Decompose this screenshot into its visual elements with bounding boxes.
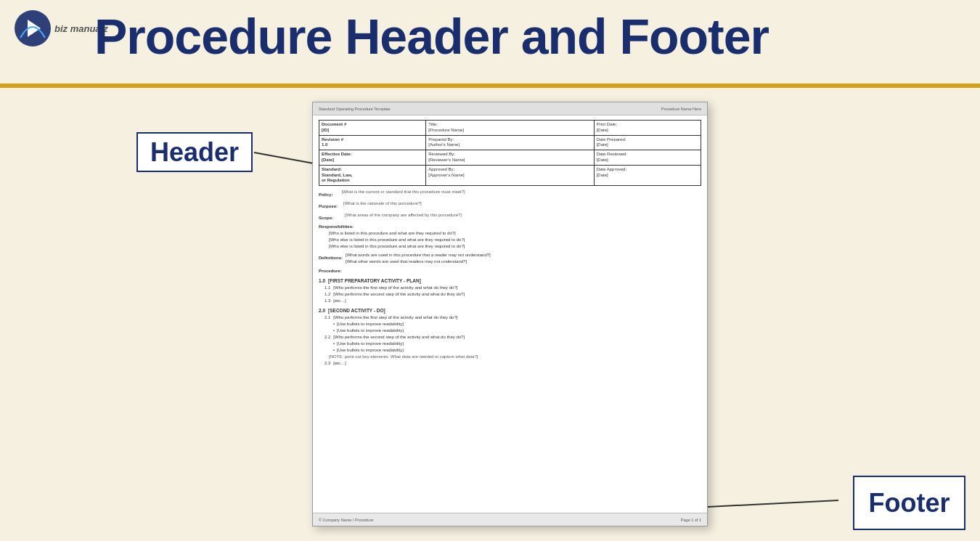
table-cell: Approved By:[Approver's Name] (426, 165, 594, 185)
purpose-label: Purpose: (319, 203, 338, 210)
table-cell: Reviewed By:[Reviewer's Name] (426, 150, 594, 166)
list-item: 1.3 [etc…] (324, 298, 701, 304)
table-cell: Title:[Procedure Name] (426, 121, 594, 136)
list-item: 1.1 [Who performs the first step of the … (324, 285, 701, 291)
activity-2-title-row: 2.0 [SECOND ACTIVITY - DO] (319, 307, 701, 314)
doc-header-table: Document #[ID] Title:[Procedure Name] Pr… (319, 120, 701, 186)
svg-line-4 (708, 500, 838, 507)
activity-1-number: 1.0 (319, 277, 325, 285)
list-item: • [Use bullets to improve readability] (333, 328, 701, 334)
table-cell: Effective Date:[Date] (319, 150, 426, 166)
policy-label: Policy: (319, 192, 333, 198)
scope-row: Scope: [What areas of the company are af… (319, 212, 701, 221)
list-item: 2.1 [Who performs the first step of the … (324, 314, 701, 321)
list-item: 2.3 [etc…] (324, 360, 701, 367)
list-item: • [Use bullets to improve readability] (333, 347, 701, 354)
list-item: [What words are used in this procedure t… (346, 252, 491, 259)
footer-callout: Footer (853, 476, 965, 530)
table-cell: Document #[ID] (319, 121, 426, 136)
list-item: 1.2 [Who performs the second step of the… (324, 291, 701, 298)
doc-footer-left: © Company Name / Procedure (319, 518, 373, 522)
doc-top-bar-left: Standard Operating Procedure Template (319, 107, 391, 111)
doc-top-bar-right: Procedure Name Here (661, 107, 701, 111)
footer-callout-text: Footer (869, 488, 950, 518)
doc-body: Policy: [What is the current or standard… (313, 189, 707, 367)
activity-2: 2.0 [SECOND ACTIVITY - DO] 2.1 [Who perf… (319, 307, 701, 367)
title-border (0, 84, 980, 88)
note-item: [NOTE: point out key elements. What data… (329, 354, 701, 360)
header-callout: Header (136, 132, 253, 172)
definitions-items: [What words are used in this procedure t… (346, 252, 491, 265)
scope-content: [What areas of the company are affected … (345, 212, 462, 221)
list-item: 2.2 [Who performs the second step of the… (324, 334, 701, 341)
procedure-section: Procedure: 1.0 [FIRST PREPARATORY ACTIVI… (319, 268, 701, 367)
activity-1-title: [FIRST PREPARATORY ACTIVITY - PLAN] (328, 277, 421, 285)
list-item: [What other words are used that readers … (346, 259, 491, 265)
table-cell: Date Approved:[Date] (594, 165, 701, 185)
table-cell: Date Reviewed:[Date] (594, 150, 701, 166)
doc-top-bar: Standard Operating Procedure Template Pr… (313, 102, 707, 115)
header-callout-text: Header (150, 137, 239, 168)
policy-content: [What is the current or standard that th… (342, 189, 465, 198)
responsibilities-section: Responsibilities: [Who is listed in this… (319, 224, 701, 250)
table-row: Effective Date:[Date] Reviewed By:[Revie… (319, 150, 701, 166)
purpose-content: [What is the rationale of this procedure… (343, 200, 422, 210)
table-cell: Prepared By:[Author's Name] (426, 135, 594, 150)
definitions-label: Definitions: (319, 255, 343, 265)
purpose-row: Purpose: [What is the rationale of this … (319, 200, 701, 210)
logo-icon (13, 9, 53, 49)
doc-footer: © Company Name / Procedure Page 1 of 1 (313, 513, 707, 526)
list-item: • [Use bullets to improve readability] (333, 341, 701, 347)
responsibilities-items: [Who is listed in this procedure and wha… (329, 230, 701, 250)
doc-footer-right: Page 1 of 1 (681, 518, 701, 522)
definitions-section: Definitions: [What words are used in thi… (319, 252, 701, 265)
list-item: [Who else is listed in this procedure an… (329, 243, 701, 250)
page-title: Procedure Header and Footer (94, 11, 965, 62)
document-preview: Standard Operating Procedure Template Pr… (312, 102, 708, 526)
table-cell: Standard:Standard, Law,or Regulation (319, 165, 426, 185)
list-item: [Who is listed in this procedure and wha… (329, 230, 701, 237)
table-row: Standard:Standard, Law,or Regulation App… (319, 165, 701, 185)
table-cell: Date Prepared:[Date] (594, 135, 701, 150)
activity-1-title-row: 1.0 [FIRST PREPARATORY ACTIVITY - PLAN] (319, 277, 701, 285)
activity-2-number: 2.0 (319, 307, 325, 314)
activity-2-title: [SECOND ACTIVITY - DO] (328, 307, 385, 314)
table-row: Document #[ID] Title:[Procedure Name] Pr… (319, 121, 701, 136)
policy-row: Policy: [What is the current or standard… (319, 189, 701, 198)
scope-label: Scope: (319, 215, 333, 221)
table-row: Revision #1.0 Prepared By:[Author's Name… (319, 135, 701, 150)
list-item: • [Use bullets to improve readability] (333, 321, 701, 328)
table-cell: Revision #1.0 (319, 135, 426, 150)
activity-1: 1.0 [FIRST PREPARATORY ACTIVITY - PLAN] … (319, 277, 701, 304)
table-cell: Print Date:[Date] (594, 121, 701, 136)
responsibilities-label: Responsibilities: (319, 224, 354, 229)
list-item: [Who else is listed in this procedure an… (329, 237, 701, 243)
procedure-label: Procedure: (319, 269, 342, 273)
